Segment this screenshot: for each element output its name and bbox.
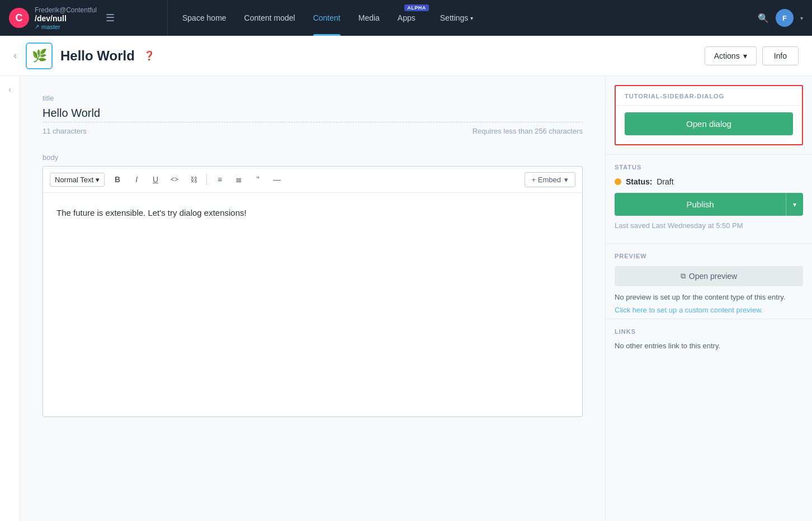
code-button[interactable]: <>: [166, 171, 183, 188]
title-divider: [43, 122, 583, 122]
embed-button[interactable]: + Embed: [525, 172, 575, 187]
link-button[interactable]: ⛓: [185, 171, 202, 188]
bullet-list-button[interactable]: ≡: [211, 171, 228, 188]
back-button[interactable]: ‹: [13, 50, 17, 61]
body-field-section: body Normal Text B I U: [43, 153, 583, 417]
title-char-count: 11 characters: [43, 127, 87, 135]
nav-item-space-home[interactable]: Space home: [173, 0, 235, 36]
status-value: Draft: [657, 177, 673, 186]
title-field-meta: 11 characters Requires less than 256 cha…: [43, 127, 583, 135]
open-preview-button[interactable]: ⧉ Open preview: [615, 266, 803, 286]
bold-button[interactable]: B: [109, 171, 126, 188]
hr-button[interactable]: —: [268, 171, 285, 188]
brand-info: Frederik@Contentful /dev/null master: [35, 6, 97, 30]
title-field-value[interactable]: Hello World: [43, 107, 583, 120]
nav-item-apps[interactable]: Apps ALPHA: [389, 0, 431, 36]
info-button[interactable]: Info: [762, 46, 799, 65]
nav-brand: C Frederik@Contentful /dev/null master ☰: [0, 0, 168, 36]
entry-type-icon: 🌿: [26, 42, 53, 69]
top-nav: C Frederik@Contentful /dev/null master ☰…: [0, 0, 812, 36]
links-section-title: LINKS: [615, 328, 803, 335]
status-label: Status: Draft: [626, 177, 674, 186]
actions-button[interactable]: Actions: [705, 46, 757, 65]
nav-links: Space home Content model Content Media A…: [168, 0, 749, 36]
tutorial-widget-header: TUTORIAL-SIDEBAR-DIALOG: [616, 86, 802, 106]
publish-chevron-icon: [793, 201, 796, 209]
title-field-label: title: [43, 94, 583, 102]
underline-button[interactable]: U: [147, 171, 164, 188]
body-field-label: body: [43, 153, 583, 162]
entry-title: Hello World: [60, 48, 135, 64]
nav-item-content-model[interactable]: Content model: [235, 0, 304, 36]
nav-item-content[interactable]: Content: [304, 0, 350, 36]
quote-button[interactable]: ": [249, 171, 266, 188]
entry-header: ‹ 🌿 Hello World ❓ Actions Info: [0, 36, 812, 76]
publish-dropdown-button[interactable]: [786, 193, 803, 216]
user-chevron-icon[interactable]: ▾: [800, 15, 803, 21]
brand-logo[interactable]: C: [9, 8, 29, 28]
format-dropdown[interactable]: Normal Text: [50, 173, 105, 187]
hamburger-icon[interactable]: ☰: [106, 12, 115, 24]
last-saved: Last saved Last Wednesday at 5:50 PM: [615, 221, 803, 230]
ordered-list-button[interactable]: ≣: [230, 171, 247, 188]
nav-right: 🔍 F ▾: [749, 9, 812, 27]
collapse-icon[interactable]: ‹: [8, 85, 11, 94]
title-char-limit: Requires less than 256 characters: [473, 127, 583, 135]
toolbar-divider-1: [206, 174, 207, 185]
preview-setup-link[interactable]: Click here to set up a custom content pr…: [615, 306, 763, 314]
status-section: STATUS Status: Draft Publish Last saved …: [606, 154, 812, 243]
brand-env: master: [35, 23, 97, 30]
open-dialog-button[interactable]: Open dialog: [625, 112, 793, 135]
settings-chevron-icon: ▾: [470, 15, 473, 21]
nav-item-media[interactable]: Media: [350, 0, 389, 36]
brand-space: /dev/null: [35, 14, 97, 23]
embed-chevron-icon: [564, 176, 568, 184]
alpha-badge: ALPHA: [404, 4, 429, 11]
status-section-title: STATUS: [615, 164, 803, 170]
search-icon[interactable]: 🔍: [758, 13, 769, 23]
right-sidebar: TUTORIAL-SIDEBAR-DIALOG Open dialog STAT…: [605, 76, 812, 521]
avatar[interactable]: F: [776, 9, 794, 27]
actions-chevron-icon: [743, 51, 747, 60]
links-section: LINKS No other entries link to this entr…: [606, 319, 812, 354]
editor-toolbar: Normal Text B I U <>: [43, 167, 582, 193]
tutorial-sidebar-dialog-widget: TUTORIAL-SIDEBAR-DIALOG Open dialog: [615, 85, 803, 145]
preview-note: No preview is set up for the content typ…: [615, 292, 803, 303]
tutorial-widget-body: Open dialog: [616, 106, 802, 144]
editor-body[interactable]: The future is extensible. Let's try dial…: [43, 193, 582, 416]
left-collapse-panel: ‹: [0, 76, 20, 521]
main-area: ‹ title Hello World 11 characters Requir…: [0, 76, 812, 521]
editor-container: Normal Text B I U <>: [43, 166, 583, 417]
publish-btn-group: Publish: [615, 193, 803, 216]
editor-area: title Hello World 11 characters Requires…: [20, 76, 605, 521]
italic-button[interactable]: I: [128, 171, 145, 188]
publish-button[interactable]: Publish: [615, 193, 786, 216]
preview-section: PREVIEW ⧉ Open preview No preview is set…: [606, 243, 812, 319]
title-field-section: title Hello World 11 characters Requires…: [43, 94, 583, 135]
entry-header-actions: Actions Info: [705, 46, 799, 65]
nav-item-settings[interactable]: Settings ▾: [431, 0, 483, 36]
brand-user: Frederik@Contentful: [35, 6, 97, 14]
links-note: No other entries link to this entry.: [615, 342, 803, 350]
preview-icon: ⧉: [681, 272, 686, 281]
status-row: Status: Draft: [615, 177, 803, 186]
preview-section-title: PREVIEW: [615, 253, 803, 259]
status-dot-icon: [615, 178, 621, 185]
help-icon[interactable]: ❓: [144, 50, 155, 61]
format-chevron-icon: [96, 176, 100, 184]
